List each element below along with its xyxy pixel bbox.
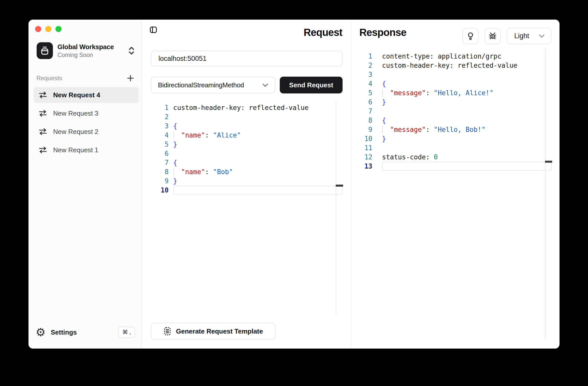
desktop-background: Global Workspace Coming Soon Requests Ne… bbox=[0, 0, 588, 386]
swap-arrows-icon bbox=[38, 128, 48, 135]
zoom-window-button[interactable] bbox=[55, 26, 62, 32]
response-editor-cursor-marker bbox=[545, 161, 552, 163]
line-content: status-code: 0 bbox=[382, 153, 552, 162]
editor-line[interactable]: 12status-code: 0 bbox=[359, 153, 552, 162]
app-window: Global Workspace Coming Soon Requests Ne… bbox=[28, 20, 560, 349]
editor-line[interactable]: 6} bbox=[359, 98, 552, 107]
line-number: 8 bbox=[151, 167, 169, 176]
line-number: 7 bbox=[359, 107, 372, 116]
workspace-icon bbox=[37, 42, 53, 59]
gear-icon: ⚙ bbox=[36, 327, 46, 338]
editor-line[interactable]: 1custom-header-key: reflected-value bbox=[151, 103, 343, 112]
editor-line[interactable]: 2custom-header-key: reflected-value bbox=[359, 61, 552, 70]
response-panel: Response bbox=[351, 20, 560, 349]
indent-guide bbox=[382, 126, 383, 133]
minimize-window-button[interactable] bbox=[45, 26, 51, 32]
swap-arrows-icon bbox=[38, 91, 48, 99]
editor-line[interactable]: 8{ bbox=[359, 116, 552, 125]
line-content: "message": "Hello, Alice!" bbox=[382, 88, 552, 98]
swap-arrows-icon bbox=[38, 146, 48, 154]
line-content: { bbox=[382, 116, 552, 125]
editor-line[interactable]: 9} bbox=[151, 176, 343, 186]
sidebar-item-request-3[interactable]: New Request 3 bbox=[34, 105, 139, 121]
response-editor-scrollbar-track bbox=[545, 48, 546, 340]
hint-button[interactable] bbox=[462, 28, 479, 44]
line-number: 5 bbox=[151, 140, 169, 149]
line-content: { bbox=[173, 121, 343, 131]
response-editor[interactable]: 1content-type: application/grpc2custom-h… bbox=[359, 52, 552, 171]
line-content: "message": "Hello, Bob!" bbox=[382, 125, 552, 134]
editor-line[interactable]: 1content-type: application/grpc bbox=[359, 52, 552, 61]
line-number: 10 bbox=[151, 186, 169, 195]
editor-line[interactable]: 7 bbox=[359, 107, 552, 116]
method-dropdown[interactable]: BidirectionalStreamingMethod bbox=[151, 77, 275, 93]
editor-line[interactable]: 2 bbox=[151, 112, 343, 121]
line-content: custom-header-key: reflected-value bbox=[382, 61, 552, 70]
request-panel-title: Request bbox=[304, 27, 342, 38]
method-dropdown-value: BidirectionalStreamingMethod bbox=[158, 81, 262, 89]
editor-active-line[interactable]: 13 bbox=[359, 162, 552, 171]
line-content: "name": "Bob" bbox=[173, 167, 343, 176]
editor-line[interactable]: 5} bbox=[151, 140, 343, 149]
debug-button[interactable] bbox=[484, 28, 501, 44]
line-content bbox=[382, 143, 552, 153]
request-editor-cursor-marker bbox=[336, 185, 343, 187]
editor-line[interactable]: 11 bbox=[359, 143, 552, 153]
request-editor-scrollbar-track bbox=[336, 101, 336, 314]
editor-line[interactable]: 9 "message": "Hello, Bob!" bbox=[359, 125, 552, 134]
sidebar-toggle-icon[interactable] bbox=[150, 26, 157, 34]
add-request-button[interactable] bbox=[126, 74, 135, 82]
lightbulb-icon bbox=[467, 32, 474, 40]
theme-dropdown[interactable]: Light bbox=[507, 28, 551, 44]
line-number: 2 bbox=[151, 112, 169, 121]
request-item-label: New Request 3 bbox=[53, 109, 98, 117]
line-number: 12 bbox=[359, 153, 372, 162]
editor-line[interactable]: 4{ bbox=[359, 79, 552, 88]
line-content bbox=[382, 70, 552, 79]
line-number: 13 bbox=[359, 162, 372, 171]
request-list: New Request 4New Request 3New Request 2N… bbox=[34, 87, 139, 160]
chevron-down-icon bbox=[539, 34, 545, 38]
editor-line[interactable]: 8 "name": "Bob" bbox=[151, 167, 343, 176]
line-content bbox=[173, 186, 343, 195]
editor-line[interactable]: 4 "name": "Alice" bbox=[151, 131, 343, 140]
editor-line[interactable]: 3 bbox=[359, 70, 552, 79]
line-content: { bbox=[382, 79, 552, 88]
editor-line[interactable]: 7{ bbox=[151, 158, 343, 167]
line-number: 2 bbox=[359, 61, 372, 70]
line-content: custom-header-key: reflected-value bbox=[173, 103, 343, 112]
line-content bbox=[382, 107, 552, 116]
workspace-subtitle: Coming Soon bbox=[57, 52, 127, 59]
editor-active-line[interactable]: 10 bbox=[151, 186, 343, 195]
bug-icon bbox=[488, 32, 497, 40]
generate-template-label: Generate Request Template bbox=[176, 327, 263, 335]
server-address-input[interactable] bbox=[151, 51, 343, 66]
line-number: 4 bbox=[151, 131, 169, 140]
workspace-selector[interactable]: Global Workspace Coming Soon bbox=[37, 42, 136, 59]
editor-line[interactable]: 6 bbox=[151, 149, 343, 158]
sidebar: Global Workspace Coming Soon Requests Ne… bbox=[28, 20, 142, 349]
indent-guide bbox=[173, 168, 174, 175]
settings-shortcut-badge: ⌘ , bbox=[118, 327, 135, 338]
requests-section-header: Requests bbox=[36, 74, 135, 82]
requests-header-label: Requests bbox=[36, 75, 62, 82]
send-request-button[interactable]: Send Request bbox=[280, 77, 343, 93]
editor-line[interactable]: 5 "message": "Hello, Alice!" bbox=[359, 88, 552, 98]
line-content: { bbox=[173, 158, 343, 167]
sidebar-item-request-1[interactable]: New Request 1 bbox=[34, 142, 139, 158]
request-editor[interactable]: 1custom-header-key: reflected-value23{4 … bbox=[151, 103, 343, 195]
line-number: 10 bbox=[359, 134, 372, 143]
line-number: 6 bbox=[359, 98, 372, 107]
settings-button[interactable]: ⚙ Settings ⌘ , bbox=[36, 327, 135, 338]
editor-line[interactable]: 3{ bbox=[151, 121, 343, 131]
close-window-button[interactable] bbox=[35, 26, 41, 32]
theme-dropdown-value: Light bbox=[514, 32, 539, 40]
sidebar-item-request-4[interactable]: New Request 4 bbox=[34, 87, 139, 103]
line-number: 11 bbox=[359, 143, 372, 153]
request-item-label: New Request 1 bbox=[53, 146, 98, 154]
swap-arrows-icon bbox=[38, 109, 48, 117]
generate-template-button[interactable]: Generate Request Template bbox=[151, 323, 275, 340]
editor-line[interactable]: 10} bbox=[359, 134, 552, 143]
sidebar-item-request-2[interactable]: New Request 2 bbox=[34, 124, 139, 140]
line-number: 3 bbox=[359, 70, 372, 79]
